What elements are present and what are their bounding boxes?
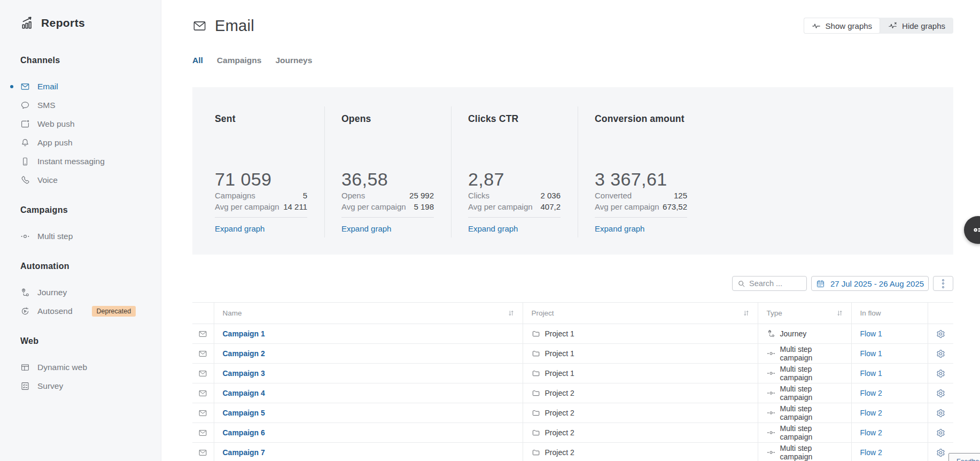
expand-graph-link[interactable]: Expand graph — [215, 217, 307, 233]
stat-row: Campaigns 5 — [215, 190, 307, 202]
show-graphs-button[interactable]: Show graphs — [804, 18, 881, 34]
tab-campaigns[interactable]: Campaigns — [217, 56, 262, 65]
flow-link[interactable]: Flow 2 — [860, 428, 882, 437]
gear-icon[interactable] — [936, 428, 945, 437]
column-header-actions — [928, 303, 953, 324]
campaign-name-link[interactable]: Campaign 2 — [223, 349, 265, 358]
email-icon — [198, 448, 207, 457]
column-header-label: In flow — [860, 309, 881, 317]
email-icon — [198, 428, 207, 437]
flow-link[interactable]: Flow 1 — [860, 349, 882, 358]
sort-icon[interactable] — [836, 309, 844, 317]
sort-icon[interactable] — [742, 309, 750, 317]
stat-row: Avg per campaign 673,52 — [595, 202, 687, 213]
flow-link[interactable]: Flow 2 — [860, 389, 882, 397]
campaign-name-link[interactable]: Campaign 4 — [223, 389, 265, 397]
gear-icon[interactable] — [936, 349, 945, 358]
gear-icon[interactable] — [936, 329, 945, 339]
flow-link[interactable]: Flow 2 — [860, 409, 882, 417]
flow-link[interactable]: Flow 1 — [860, 369, 882, 378]
sidebar-section-channels: Channels Email SMS Web push App push Ins… — [20, 56, 161, 189]
stat-row: Opens 25 992 — [341, 190, 434, 202]
multi-step-icon — [767, 428, 775, 437]
tab-journeys[interactable]: Journeys — [275, 56, 312, 65]
sidebar-item-label: Multi step — [37, 232, 73, 241]
feedback-button[interactable]: Feedback — [948, 453, 980, 461]
stat-card-clicks-ctr: Clicks CTR 2,87 Clicks 2 036 Avg per cam… — [468, 87, 561, 255]
type-cell: Multi step campaign — [767, 365, 844, 382]
table-row: Campaign 1 Project 1 Journey Flow 1 — [192, 324, 953, 344]
gear-icon[interactable] — [936, 409, 945, 418]
email-icon — [198, 389, 207, 398]
search-input[interactable] — [749, 279, 802, 288]
sidebar-item-label: Email — [37, 82, 58, 91]
stat-value: 71 059 — [215, 170, 307, 189]
sidebar-item-web-push[interactable]: Web push — [20, 114, 161, 133]
sidebar-item-label: Voice — [37, 175, 58, 185]
stat-value: 36,58 — [341, 170, 434, 189]
sidebar-item-multi-step[interactable]: Multi step — [20, 227, 161, 245]
sidebar-section-automation: Automation Journey Autosend Deprecated — [20, 262, 161, 320]
app-title-label: Reports — [41, 17, 85, 29]
expand-graph-link[interactable]: Expand graph — [468, 217, 561, 233]
project-cell: Project 2 — [532, 389, 750, 397]
hide-graphs-button[interactable]: Hide graphs — [880, 18, 953, 34]
gear-icon[interactable] — [936, 369, 945, 378]
project-cell: Project 1 — [532, 369, 750, 378]
column-header-label: Type — [767, 309, 782, 317]
journey-icon — [767, 329, 775, 338]
sidebar-item-voice[interactable]: Voice — [20, 171, 161, 189]
stat-card-sent: Sent 71 059 Campaigns 5 Avg per campaign… — [215, 87, 307, 255]
stats-divider — [324, 106, 325, 237]
sidebar-item-dynamic-web[interactable]: Dynamic web — [20, 358, 161, 377]
campaign-name-link[interactable]: Campaign 1 — [223, 329, 265, 338]
gear-icon[interactable] — [936, 448, 945, 457]
stat-row: Converted 125 — [595, 190, 687, 202]
table-toolbar: 27 Jul 2025 - 26 Aug 2025 — [192, 276, 953, 291]
section-label-channels: Channels — [20, 56, 161, 65]
stat-row-label: Campaigns — [215, 190, 255, 202]
sidebar-item-email[interactable]: Email — [20, 77, 161, 96]
instant-messaging-icon — [20, 157, 30, 166]
email-icon — [198, 369, 207, 378]
sidebar-item-autosend[interactable]: Autosend Deprecated — [20, 302, 161, 320]
sidebar-item-journey[interactable]: Journey — [20, 283, 161, 302]
email-icon — [198, 409, 207, 418]
email-icon — [198, 349, 207, 358]
sidebar-item-label: SMS — [37, 101, 56, 110]
sidebar-item-survey[interactable]: Survey — [20, 377, 161, 395]
sidebar-item-instant-messaging[interactable]: Instant messaging — [20, 152, 161, 171]
sidebar-item-sms[interactable]: SMS — [20, 96, 161, 114]
flow-link[interactable]: Flow 1 — [860, 329, 882, 338]
campaign-name-link[interactable]: Campaign 5 — [223, 409, 265, 417]
table-row: Campaign 3 Project 1 Multi step campaign… — [192, 364, 953, 383]
campaign-name-link[interactable]: Campaign 3 — [223, 369, 265, 378]
sort-icon[interactable] — [507, 309, 515, 317]
sidebar-item-app-push[interactable]: App push — [20, 133, 161, 152]
multi-step-icon — [767, 349, 775, 358]
campaign-name-link[interactable]: Campaign 7 — [223, 448, 265, 457]
sidebar-item-label: App push — [37, 138, 73, 148]
campaign-name-link[interactable]: Campaign 6 — [223, 428, 265, 437]
type-cell: Multi step campaign — [767, 424, 844, 441]
tab-all[interactable]: All — [192, 56, 203, 65]
date-range-button[interactable]: 27 Jul 2025 - 26 Aug 2025 — [811, 276, 929, 291]
sidebar-item-label: Journey — [37, 288, 67, 297]
pulse-icon — [812, 21, 821, 30]
folder-icon — [532, 389, 540, 397]
gear-icon[interactable] — [936, 389, 945, 398]
expand-graph-link[interactable]: Expand graph — [595, 217, 687, 233]
project-cell: Project 2 — [532, 428, 750, 437]
stat-row-label: Avg per campaign — [341, 202, 406, 213]
expand-graph-link[interactable]: Expand graph — [341, 217, 434, 233]
multi-step-icon — [20, 232, 30, 241]
email-icon — [20, 82, 30, 91]
flow-link[interactable]: Flow 2 — [860, 448, 882, 457]
stat-card-conversion-amount: Conversion amount 3 367,61 Converted 125… — [595, 87, 687, 255]
column-header-label: Project — [532, 309, 554, 317]
calendar-icon — [816, 279, 825, 288]
stat-row-label: Avg per campaign — [215, 202, 279, 213]
table-options-button[interactable] — [933, 276, 953, 291]
page-header: Email Show graphs Hide graphs — [192, 16, 953, 35]
table-row: Campaign 7 Project 2 Multi step campaign… — [192, 443, 953, 461]
